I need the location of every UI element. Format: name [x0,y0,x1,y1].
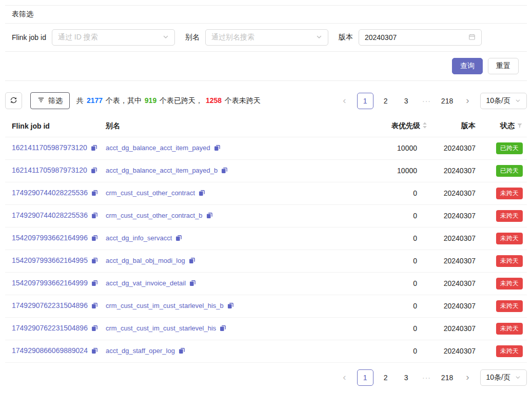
version-date-input[interactable]: 20240307 [359,29,482,46]
priority-value: 10000 [361,159,432,182]
copy-icon[interactable] [91,167,97,175]
refresh-button[interactable] [5,92,22,109]
page-button-2[interactable]: 2 [378,369,394,386]
copy-icon[interactable] [175,235,182,243]
page-button-last[interactable]: 218 [439,369,456,386]
copy-icon[interactable] [189,280,196,288]
priority-value: 0 [361,340,432,362]
filter-panel-header: 表筛选 [5,6,527,24]
copy-icon[interactable] [199,190,205,198]
chevron-down-icon [316,33,322,42]
filter-toggle-label: 筛选 [48,96,63,106]
copy-icon[interactable] [220,325,226,333]
alias-link[interactable]: acct_dg_bal_obj_modi_log [106,257,185,264]
page-size-value: 10条/页 [486,96,510,106]
alias-link[interactable]: acct_dg_info_servacct [106,234,172,242]
job-id-link[interactable]: 1542097993662164996 [12,234,88,242]
job-id-link[interactable]: 1621411705987973120 [12,166,87,174]
column-header-version: 版本 [432,116,480,137]
job-id-link[interactable]: 1749290744028225536 [12,211,88,219]
job-id-link[interactable]: 1749290866069889024 [12,346,88,355]
version-value: 20240307 [432,272,480,295]
alias-select[interactable]: 通过别名搜索 [205,29,328,46]
version-label: 版本 [339,33,353,42]
status-badge: 未跨天 [496,188,523,199]
job-id-link[interactable]: 1542097993662164995 [12,256,88,264]
table-row: 1542097993662164996 acct_dg_info_servacc… [5,227,527,250]
page-button-1[interactable]: 1 [357,93,373,109]
copy-icon[interactable] [221,167,228,175]
alias-link[interactable]: crm_cust_cust_other_contract_b [106,212,203,219]
version-value: 20240307 [432,182,480,204]
alias-link[interactable]: crm_cust_cust_im_cust_starlevel_his [106,324,216,332]
copy-icon[interactable] [91,144,97,153]
page-size-select[interactable]: 10条/页 [480,369,527,386]
copy-icon[interactable] [227,302,234,311]
prev-page-button[interactable]: ‹ [337,369,353,386]
job-id-link[interactable]: 1749290744028225536 [12,189,88,197]
column-header-status[interactable]: 状态 [480,116,527,137]
priority-value: 0 [361,250,432,272]
filter-icon [37,96,45,105]
copy-icon[interactable] [91,190,98,198]
copy-icon[interactable] [91,257,98,265]
page-button-3[interactable]: 3 [398,93,415,109]
job-id-link[interactable]: 1542097993662164999 [12,279,88,287]
page-ellipsis[interactable]: ··· [419,369,435,386]
copy-icon[interactable] [91,302,98,311]
next-page-button[interactable]: › [460,369,476,386]
alias-link[interactable]: acct_dg_vat_invoice_detail [106,279,186,287]
table-row: 1749290866069889024 acct_dg_staff_oper_l… [5,340,527,362]
page-size-value: 10条/页 [486,373,510,382]
flink-job-id-select[interactable]: 通过 ID 搜索 [52,29,175,46]
alias-link[interactable]: crm_cust_cust_im_cust_starlevel_his_b [106,302,224,309]
status-badge: 未跨天 [496,278,523,289]
copy-icon[interactable] [179,347,185,356]
table-row: 1749290762231504896 crm_cust_cust_im_cus… [5,295,527,317]
chevron-down-icon [163,33,169,42]
copy-icon[interactable] [206,212,213,220]
page-button-last[interactable]: 218 [439,93,456,109]
copy-icon[interactable] [91,325,98,333]
page-size-select[interactable]: 10条/页 [480,93,527,109]
copy-icon[interactable] [91,280,98,288]
alias-link[interactable]: acct_dg_balance_acct_item_payed_b [106,167,218,174]
flink-job-id-placeholder: 通过 ID 搜索 [58,33,98,42]
copy-icon[interactable] [91,212,98,220]
job-id-link[interactable]: 1749290762231504896 [12,301,88,309]
page-ellipsis[interactable]: ··· [419,93,435,109]
prev-page-button[interactable]: ‹ [337,93,353,109]
status-badge: 未跨天 [496,255,523,267]
table-row: 1749290744028225536 crm_cust_cust_other_… [5,182,527,204]
filter-panel-footer: 查询 重置 [5,52,527,81]
copy-icon[interactable] [189,257,195,265]
job-id-link[interactable]: 1749290762231504896 [12,324,88,332]
page-button-2[interactable]: 2 [378,93,394,109]
alias-link[interactable]: acct_dg_balance_acct_item_payed [106,144,210,152]
status-badge: 未跨天 [496,345,523,357]
toolbar: 筛选 共 2177 个表，其中 919 个表已跨天， 1258 个表未跨天 ‹ … [5,92,527,109]
copy-icon[interactable] [91,235,98,243]
summary-part: 共 [76,96,86,105]
column-header-priority[interactable]: 表优先级 [361,116,432,137]
copy-icon[interactable] [214,144,221,153]
panel-title: 表筛选 [12,10,33,18]
version-value: 20240307 [432,295,480,317]
chevron-down-icon [515,97,521,105]
page-button-3[interactable]: 3 [398,369,415,386]
alias-link[interactable]: acct_dg_staff_oper_log [106,347,175,355]
pagination-bottom: ‹ 1 2 3 ··· 218 › [337,369,476,386]
table-body: 1621411705987973120 acct_dg_balance_acct… [5,137,527,362]
query-button[interactable]: 查询 [452,58,483,74]
reset-button[interactable]: 重置 [488,58,519,74]
page-button-1[interactable]: 1 [357,369,373,386]
column-filter-icon[interactable] [517,122,523,130]
column-header-alias: 别名 [106,116,361,137]
job-id-link[interactable]: 1621411705987973120 [12,143,87,152]
alias-link[interactable]: crm_cust_cust_other_contract [106,189,195,197]
status-badge: 未跨天 [496,233,523,244]
filter-toggle-button[interactable]: 筛选 [30,92,70,109]
copy-icon[interactable] [91,347,98,356]
next-page-button[interactable]: › [460,93,476,109]
sorter-icon[interactable] [422,121,427,131]
